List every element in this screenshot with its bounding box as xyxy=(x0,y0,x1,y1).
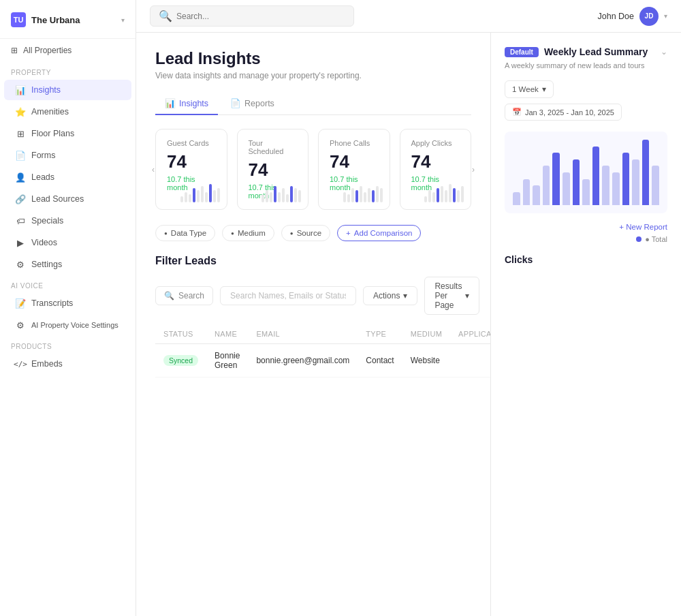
search-input[interactable] xyxy=(176,12,345,21)
sidebar-item-transcripts[interactable]: 📝 Transcripts xyxy=(4,293,131,313)
chart-bar xyxy=(622,153,630,205)
tour-chart xyxy=(262,182,301,202)
sidebar-item-leads[interactable]: 👤 Leads xyxy=(4,167,131,187)
row-medium: Website xyxy=(402,344,450,378)
user-menu-chevron-icon[interactable]: ▾ xyxy=(664,12,667,20)
chart-bar xyxy=(602,166,609,205)
dot-icon-3: ● xyxy=(290,230,294,236)
new-report-button[interactable]: + New Report xyxy=(619,223,667,231)
user-avatar[interactable]: JD xyxy=(639,7,659,26)
metric-tour-title: Tour Scheduled xyxy=(249,139,298,155)
sidebar-item-floor-plans-label: Floor Plans xyxy=(31,129,74,138)
sidebar-logo[interactable]: TU The Urbana ▾ xyxy=(0,5,136,39)
content-left: Lead Insights View data insights and man… xyxy=(136,33,490,616)
sidebar-item-embeds[interactable]: </> Embeds xyxy=(4,354,131,374)
metric-cards: ‹ Guest Cards 74 10.7 this month Tour Sc… xyxy=(155,129,471,210)
row-email: bonnie.green@gmail.com xyxy=(248,344,358,378)
sidebar-item-leads-label: Leads xyxy=(31,172,54,182)
actions-label: Actions xyxy=(373,291,400,301)
dot-icon-2: ● xyxy=(231,230,234,236)
calendar-icon: 📅 xyxy=(512,108,522,117)
sidebar-item-insights[interactable]: 📊 Insights xyxy=(4,80,131,100)
guest-cards-chart xyxy=(180,182,220,202)
main-tabs: 📊 Insights 📄 Reports xyxy=(155,93,471,115)
sidebar-item-embeds-label: Embeds xyxy=(31,359,63,369)
metric-apply-title: Apply Clicks xyxy=(411,139,460,147)
add-comparison-button[interactable]: + Add Comparison xyxy=(337,225,421,241)
prev-card-button[interactable]: ‹ xyxy=(152,165,155,174)
amenities-icon: ⭐ xyxy=(15,106,26,117)
results-per-page-dropdown-button[interactable]: Results Per Page ▾ xyxy=(424,277,479,315)
tab-reports-icon: 📄 xyxy=(230,98,241,108)
grid-icon: ⊞ xyxy=(11,46,18,55)
filter-data-type-label: Data Type xyxy=(171,229,206,237)
tab-insights[interactable]: 📊 Insights xyxy=(155,93,218,115)
filter-medium-label: Medium xyxy=(238,229,266,237)
sidebar-item-specials[interactable]: 🏷 Specials xyxy=(4,211,131,231)
sidebar-item-forms[interactable]: 📄 Forms xyxy=(4,145,131,166)
topbar-search[interactable]: 🔍 xyxy=(150,5,354,27)
tab-reports[interactable]: 📄 Reports xyxy=(221,93,284,115)
row-name: Bonnie Green xyxy=(206,344,248,378)
sidebar-all-properties[interactable]: ⊞ All Properties xyxy=(0,39,136,62)
panel-chart xyxy=(505,132,667,213)
panel-legend: ● Total xyxy=(505,235,667,243)
sidebar-item-floor-plans[interactable]: ⊞ Floor Plans xyxy=(4,123,131,144)
default-badge: Default xyxy=(505,47,539,57)
results-per-page-chevron-icon: ▾ xyxy=(465,291,469,301)
metric-phone-title: Phone Calls xyxy=(330,139,379,147)
panel-title: Weekly Lead Summary xyxy=(544,46,648,57)
specials-icon: 🏷 xyxy=(15,215,26,226)
sidebar-item-ai-voice-label: AI Property Voice Settings xyxy=(31,321,118,329)
metric-phone-value: 74 xyxy=(330,151,379,172)
actions-dropdown-button[interactable]: Actions ▾ xyxy=(363,286,417,305)
main-content: 🔍 John Doe JD ▾ Lead Insights View data … xyxy=(136,0,681,616)
search-leads-label: Search xyxy=(178,291,204,301)
logo-chevron-icon: ▾ xyxy=(121,16,125,24)
chart-bar xyxy=(513,192,520,205)
sidebar-item-videos[interactable]: ▶ Videos xyxy=(4,232,131,253)
floor-plans-icon: ⊞ xyxy=(15,128,26,139)
filter-source-label: Source xyxy=(297,229,321,237)
chart-bar xyxy=(592,147,600,205)
filter-data-type-button[interactable]: ● Data Type xyxy=(155,225,215,241)
lead-sources-icon: 🔗 xyxy=(15,194,26,204)
metric-guest-cards-title: Guest Cards xyxy=(167,139,216,147)
filter-source-button[interactable]: ● Source xyxy=(281,225,330,241)
actions-chevron-icon: ▾ xyxy=(403,291,407,301)
date-range-picker[interactable]: 📅 Jan 3, 2025 - Jan 10, 2025 xyxy=(505,104,622,121)
date-range-label: Jan 3, 2025 - Jan 10, 2025 xyxy=(525,108,614,117)
next-card-button[interactable]: › xyxy=(472,165,475,174)
table-row[interactable]: Synced Bonnie Green bonnie.green@gmail.c… xyxy=(155,344,490,378)
sidebar: TU The Urbana ▾ ⊞ All Properties Propert… xyxy=(0,0,136,616)
sidebar-item-ai-voice-settings[interactable]: ⚙ AI Property Voice Settings xyxy=(4,315,131,335)
filter-medium-button[interactable]: ● Medium xyxy=(222,225,274,241)
topbar: 🔍 John Doe JD ▾ xyxy=(136,0,681,33)
apply-chart xyxy=(424,182,464,202)
chart-bar xyxy=(642,140,650,205)
insights-icon: 📊 xyxy=(15,84,26,95)
sidebar-item-videos-label: Videos xyxy=(31,238,57,247)
leads-search-input[interactable] xyxy=(220,286,356,305)
col-type: TYPE xyxy=(358,324,402,344)
col-medium: MEDIUM xyxy=(402,324,450,344)
sidebar-item-settings-label: Settings xyxy=(31,260,62,269)
sidebar-item-transcripts-label: Transcripts xyxy=(31,298,73,308)
col-name: NAME xyxy=(206,324,248,344)
sidebar-item-settings[interactable]: ⚙ Settings xyxy=(4,254,131,275)
metric-guest-cards-value: 74 xyxy=(167,151,216,172)
col-email: EMAIL xyxy=(248,324,358,344)
sidebar-item-amenities[interactable]: ⭐ Amenities xyxy=(4,102,131,122)
tab-insights-icon: 📊 xyxy=(165,98,176,108)
chart-bar xyxy=(552,153,560,205)
week-select-button[interactable]: 1 Week ▾ xyxy=(505,80,554,98)
tab-reports-label: Reports xyxy=(244,99,274,108)
sidebar-item-lead-sources[interactable]: 🔗 Lead Sources xyxy=(4,189,131,209)
filter-bar: ● Data Type ● Medium ● Source + Add Comp… xyxy=(155,225,471,241)
search-icon-leads: 🔍 xyxy=(164,291,174,301)
panel-chevron-icon[interactable]: ⌄ xyxy=(661,47,667,57)
sidebar-property-section: Property xyxy=(0,62,136,79)
metric-card-apply-clicks: Apply Clicks 74 10.7 this month › xyxy=(400,129,472,210)
search-leads-button[interactable]: 🔍 Search xyxy=(155,286,213,305)
panel-filters: 1 Week ▾ 📅 Jan 3, 2025 - Jan 10, 2025 xyxy=(505,80,667,121)
